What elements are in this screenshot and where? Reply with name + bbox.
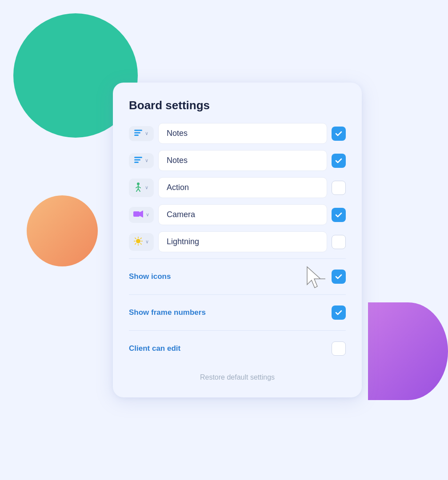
action-icon (134, 182, 142, 194)
camera-icon (133, 210, 143, 219)
row-item-row-notes-1: ∨Notes (129, 123, 346, 144)
toggle-client-can-edit-row: Client can edit (129, 334, 346, 363)
svg-rect-13 (133, 211, 140, 217)
row-lightning-checkbox[interactable] (332, 235, 346, 249)
row-notes-2-label: Notes (158, 150, 327, 171)
row-notes-1-checkbox[interactable] (332, 127, 346, 141)
svg-line-22 (140, 238, 141, 238)
section-divider (129, 258, 346, 259)
svg-rect-3 (134, 157, 142, 158)
notes-icon-2-button[interactable]: ∨ (129, 153, 154, 168)
toggle-client-can-edit-checkbox[interactable] (332, 341, 346, 356)
chevron-down-icon: ∨ (145, 131, 148, 136)
svg-line-23 (135, 243, 136, 244)
row-notes-2-checkbox[interactable] (332, 154, 346, 168)
toggle-divider (129, 294, 346, 295)
camera-icon-button[interactable]: ∨ (129, 207, 154, 223)
toggle-show-icons-row: Show icons (129, 262, 346, 291)
svg-rect-1 (134, 132, 140, 133)
decorative-circle-purple (368, 302, 448, 400)
svg-marker-14 (140, 210, 143, 218)
svg-rect-0 (134, 130, 142, 131)
rows-container: ∨Notes ∨Notes ∨Action ∨Camera (129, 123, 346, 252)
row-action-label: Action (158, 177, 327, 198)
decorative-circle-orange (27, 195, 98, 266)
svg-rect-5 (134, 162, 139, 163)
row-action-checkbox[interactable] (332, 181, 346, 195)
toggle-show-icons-checkbox[interactable] (332, 270, 346, 284)
toggle-show-frame-numbers-label: Show frame numbers (129, 308, 206, 317)
row-item-row-lightning: ∨Lightning (129, 231, 346, 252)
notes-icon-2 (134, 157, 142, 165)
svg-line-11 (138, 189, 140, 191)
svg-rect-2 (134, 135, 139, 136)
svg-point-15 (136, 239, 140, 243)
board-settings-card: Board settings ∨Notes ∨Notes ∨Action (113, 83, 362, 397)
restore-default-button[interactable]: Restore default settings (129, 370, 346, 385)
row-item-row-camera: ∨Camera (129, 204, 346, 225)
chevron-down-icon: ∨ (145, 239, 149, 245)
toggles-container: Show iconsShow frame numbersClient can e… (129, 262, 346, 363)
toggle-show-frame-numbers-row: Show frame numbers (129, 298, 346, 327)
notes-icon-button[interactable]: ∨ (129, 126, 154, 141)
toggle-divider (129, 330, 346, 331)
row-lightning-label: Lightning (158, 231, 327, 252)
svg-line-21 (140, 243, 141, 244)
action-icon-button[interactable]: ∨ (129, 179, 154, 197)
row-item-row-action: ∨Action (129, 177, 346, 198)
lightning-icon-button[interactable]: ∨ (129, 233, 154, 251)
notes-icon (134, 130, 142, 138)
lightning-icon (134, 237, 143, 247)
toggle-show-icons-label: Show icons (129, 272, 171, 281)
svg-rect-4 (134, 159, 140, 160)
row-camera-checkbox[interactable] (332, 208, 346, 222)
row-notes-1-label: Notes (158, 123, 327, 144)
toggle-client-can-edit-label: Client can edit (129, 344, 180, 353)
card-title: Board settings (129, 99, 346, 112)
toggle-show-frame-numbers-checkbox[interactable] (332, 305, 346, 320)
chevron-down-icon: ∨ (145, 185, 148, 190)
svg-line-20 (135, 238, 136, 238)
chevron-down-icon: ∨ (145, 158, 148, 163)
chevron-down-icon: ∨ (146, 212, 149, 218)
row-camera-label: Camera (158, 204, 327, 225)
row-item-row-notes-2: ∨Notes (129, 150, 346, 171)
